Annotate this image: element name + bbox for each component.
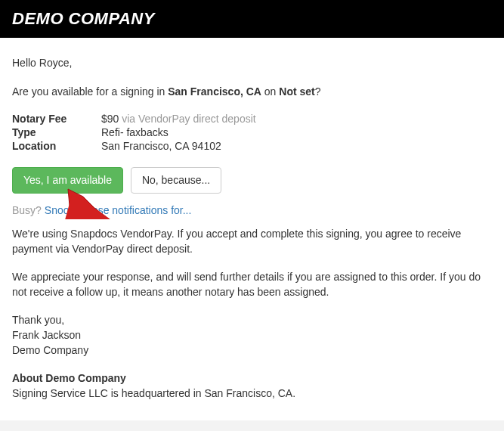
availability-suffix: ? [315, 85, 321, 98]
footer-spacer [0, 420, 504, 431]
location-value: San Francisco, CA 94102 [101, 140, 256, 153]
location-label: Location [12, 140, 101, 153]
availability-when: Not set [279, 85, 314, 98]
type-label: Type [12, 126, 101, 140]
signoff-company: Demo Company [12, 344, 88, 356]
greeting: Hello Royce, [12, 56, 492, 71]
signoff-thank: Thank you, [12, 314, 64, 326]
vendorpay-paragraph: We're using Snapdocs VendorPay. If you a… [12, 227, 492, 256]
signoff-name: Frank Jackson [12, 329, 81, 341]
availability-mid: on [261, 85, 279, 98]
availability-question: Are you available for a signing in San F… [12, 85, 492, 100]
availability-prefix: Are you available for a signing in [12, 85, 168, 98]
fee-value: $90 [101, 113, 119, 125]
email-body: Hello Royce, Are you available for a sig… [0, 38, 504, 420]
signoff: Thank you, Frank Jackson Demo Company [12, 313, 492, 358]
snooze-link[interactable]: Snooze these notifications for... [45, 204, 192, 216]
fee-label: Notary Fee [12, 113, 101, 126]
table-row: Type Refi- faxbacks [12, 126, 256, 140]
snooze-row: Busy? Snooze these notifications for... [12, 204, 492, 216]
availability-city: San Francisco, CA [168, 85, 261, 98]
about-section: About Demo Company Signing Service LLC i… [12, 371, 492, 401]
button-row: Yes, I am available No, because... [12, 167, 492, 194]
yes-available-button[interactable]: Yes, I am available [12, 167, 123, 194]
fee-cell: $90 via VendorPay direct deposit [101, 113, 256, 126]
about-heading: About Demo Company [12, 372, 126, 384]
fee-note: via VendorPay direct deposit [119, 113, 255, 125]
table-row: Notary Fee $90 via VendorPay direct depo… [12, 113, 256, 126]
email-header: DEMO COMPANY [0, 0, 504, 38]
details-table: Notary Fee $90 via VendorPay direct depo… [12, 113, 256, 153]
company-name: DEMO COMPANY [12, 9, 155, 28]
busy-label: Busy? [12, 204, 45, 216]
about-text: Signing Service LLC is headquartered in … [12, 387, 295, 399]
table-row: Location San Francisco, CA 94102 [12, 140, 256, 153]
no-because-button[interactable]: No, because... [131, 167, 221, 194]
response-paragraph: We appreciate your response, and will se… [12, 270, 492, 299]
type-value: Refi- faxbacks [101, 126, 256, 140]
